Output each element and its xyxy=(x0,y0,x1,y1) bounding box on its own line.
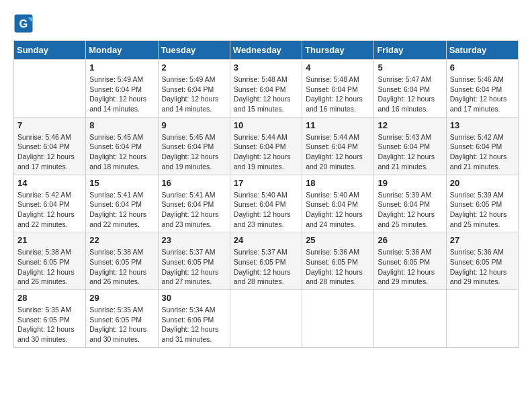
day-detail: Sunrise: 5:41 AM Sunset: 6:04 PM Dayligh… xyxy=(89,190,154,230)
day-detail: Sunrise: 5:41 AM Sunset: 6:04 PM Dayligh… xyxy=(162,190,226,230)
day-number: 25 xyxy=(306,235,370,245)
day-number: 9 xyxy=(162,120,226,130)
day-number: 27 xyxy=(450,235,515,245)
day-number: 26 xyxy=(378,235,442,245)
day-detail: Sunrise: 5:39 AM Sunset: 6:05 PM Dayligh… xyxy=(450,190,515,230)
day-number: 8 xyxy=(89,120,154,130)
header-day: Tuesday xyxy=(158,41,230,60)
header-day: Friday xyxy=(374,41,446,60)
day-detail: Sunrise: 5:48 AM Sunset: 6:04 PM Dayligh… xyxy=(306,75,370,114)
day-detail: Sunrise: 5:36 AM Sunset: 6:05 PM Dayligh… xyxy=(378,247,442,287)
calendar-day: 10Sunrise: 5:44 AM Sunset: 6:04 PM Dayli… xyxy=(230,117,302,175)
day-number: 4 xyxy=(306,62,370,73)
logo-icon: G xyxy=(13,13,34,34)
page-header: G xyxy=(13,13,519,34)
day-number: 10 xyxy=(234,120,298,130)
header-day: Thursday xyxy=(302,41,374,60)
day-number: 24 xyxy=(234,235,298,245)
day-number: 29 xyxy=(89,293,154,303)
logo: G xyxy=(13,13,36,34)
day-detail: Sunrise: 5:38 AM Sunset: 6:05 PM Dayligh… xyxy=(89,247,154,287)
calendar-day xyxy=(230,290,302,348)
calendar-body: 1Sunrise: 5:49 AM Sunset: 6:04 PM Daylig… xyxy=(14,60,519,348)
calendar-day: 28Sunrise: 5:35 AM Sunset: 6:05 PM Dayli… xyxy=(14,290,86,348)
calendar-day xyxy=(446,290,518,348)
day-detail: Sunrise: 5:36 AM Sunset: 6:05 PM Dayligh… xyxy=(450,247,515,287)
header-row: SundayMondayTuesdayWednesdayThursdayFrid… xyxy=(14,41,519,60)
calendar-week: 21Sunrise: 5:38 AM Sunset: 6:05 PM Dayli… xyxy=(14,232,519,290)
day-number: 11 xyxy=(306,120,370,130)
day-number: 15 xyxy=(89,178,154,188)
header-day: Sunday xyxy=(14,41,86,60)
calendar-day: 3Sunrise: 5:48 AM Sunset: 6:04 PM Daylig… xyxy=(230,60,302,118)
day-number: 17 xyxy=(234,178,298,188)
day-number: 14 xyxy=(17,178,82,188)
calendar-day: 6Sunrise: 5:46 AM Sunset: 6:04 PM Daylig… xyxy=(446,60,518,118)
calendar-day: 30Sunrise: 5:34 AM Sunset: 6:06 PM Dayli… xyxy=(158,290,230,348)
calendar-header: SundayMondayTuesdayWednesdayThursdayFrid… xyxy=(14,41,519,60)
day-detail: Sunrise: 5:34 AM Sunset: 6:06 PM Dayligh… xyxy=(162,305,226,345)
calendar-day xyxy=(302,290,374,348)
calendar-day: 25Sunrise: 5:36 AM Sunset: 6:05 PM Dayli… xyxy=(302,232,374,290)
day-number: 21 xyxy=(17,235,82,245)
calendar-day xyxy=(14,60,86,118)
day-detail: Sunrise: 5:49 AM Sunset: 6:04 PM Dayligh… xyxy=(162,75,226,114)
day-detail: Sunrise: 5:43 AM Sunset: 6:04 PM Dayligh… xyxy=(378,132,442,172)
header-day: Saturday xyxy=(446,41,518,60)
day-detail: Sunrise: 5:45 AM Sunset: 6:04 PM Dayligh… xyxy=(162,132,226,172)
day-detail: Sunrise: 5:46 AM Sunset: 6:04 PM Dayligh… xyxy=(17,132,82,172)
calendar-week: 14Sunrise: 5:42 AM Sunset: 6:04 PM Dayli… xyxy=(14,175,519,232)
day-detail: Sunrise: 5:49 AM Sunset: 6:04 PM Dayligh… xyxy=(89,75,154,114)
calendar-day: 15Sunrise: 5:41 AM Sunset: 6:04 PM Dayli… xyxy=(86,175,158,232)
day-number: 2 xyxy=(162,62,226,73)
day-number: 20 xyxy=(450,178,515,188)
calendar-day: 16Sunrise: 5:41 AM Sunset: 6:04 PM Dayli… xyxy=(158,175,230,232)
calendar-week: 1Sunrise: 5:49 AM Sunset: 6:04 PM Daylig… xyxy=(14,60,519,118)
day-detail: Sunrise: 5:35 AM Sunset: 6:05 PM Dayligh… xyxy=(17,305,82,345)
day-number: 16 xyxy=(162,178,226,188)
calendar-day: 13Sunrise: 5:42 AM Sunset: 6:04 PM Dayli… xyxy=(446,117,518,175)
day-number: 5 xyxy=(378,62,442,73)
day-number: 18 xyxy=(306,178,370,188)
day-number: 7 xyxy=(17,120,82,130)
calendar-day xyxy=(374,290,446,348)
calendar-table: SundayMondayTuesdayWednesdayThursdayFrid… xyxy=(13,40,519,348)
day-detail: Sunrise: 5:36 AM Sunset: 6:05 PM Dayligh… xyxy=(306,247,370,287)
day-number: 1 xyxy=(89,62,154,73)
day-detail: Sunrise: 5:44 AM Sunset: 6:04 PM Dayligh… xyxy=(306,132,370,172)
calendar-day: 12Sunrise: 5:43 AM Sunset: 6:04 PM Dayli… xyxy=(374,117,446,175)
calendar-day: 11Sunrise: 5:44 AM Sunset: 6:04 PM Dayli… xyxy=(302,117,374,175)
day-detail: Sunrise: 5:48 AM Sunset: 6:04 PM Dayligh… xyxy=(234,75,298,114)
day-number: 12 xyxy=(378,120,442,130)
day-detail: Sunrise: 5:40 AM Sunset: 6:04 PM Dayligh… xyxy=(306,190,370,230)
day-detail: Sunrise: 5:39 AM Sunset: 6:04 PM Dayligh… xyxy=(378,190,442,230)
calendar-day: 29Sunrise: 5:35 AM Sunset: 6:05 PM Dayli… xyxy=(86,290,158,348)
day-detail: Sunrise: 5:37 AM Sunset: 6:05 PM Dayligh… xyxy=(162,247,226,287)
calendar-day: 1Sunrise: 5:49 AM Sunset: 6:04 PM Daylig… xyxy=(86,60,158,118)
calendar-day: 2Sunrise: 5:49 AM Sunset: 6:04 PM Daylig… xyxy=(158,60,230,118)
calendar-day: 14Sunrise: 5:42 AM Sunset: 6:04 PM Dayli… xyxy=(14,175,86,232)
header-day: Monday xyxy=(86,41,158,60)
day-number: 19 xyxy=(378,178,442,188)
day-detail: Sunrise: 5:44 AM Sunset: 6:04 PM Dayligh… xyxy=(234,132,298,172)
calendar-day: 4Sunrise: 5:48 AM Sunset: 6:04 PM Daylig… xyxy=(302,60,374,118)
header-day: Wednesday xyxy=(230,41,302,60)
calendar-day: 20Sunrise: 5:39 AM Sunset: 6:05 PM Dayli… xyxy=(446,175,518,232)
day-detail: Sunrise: 5:38 AM Sunset: 6:05 PM Dayligh… xyxy=(17,247,82,287)
day-detail: Sunrise: 5:45 AM Sunset: 6:04 PM Dayligh… xyxy=(89,132,154,172)
day-detail: Sunrise: 5:47 AM Sunset: 6:04 PM Dayligh… xyxy=(378,75,442,114)
day-detail: Sunrise: 5:42 AM Sunset: 6:04 PM Dayligh… xyxy=(17,190,82,230)
calendar-week: 7Sunrise: 5:46 AM Sunset: 6:04 PM Daylig… xyxy=(14,117,519,175)
day-number: 30 xyxy=(162,293,226,303)
calendar-day: 26Sunrise: 5:36 AM Sunset: 6:05 PM Dayli… xyxy=(374,232,446,290)
day-number: 28 xyxy=(17,293,82,303)
day-number: 6 xyxy=(450,62,515,73)
calendar-day: 19Sunrise: 5:39 AM Sunset: 6:04 PM Dayli… xyxy=(374,175,446,232)
day-detail: Sunrise: 5:46 AM Sunset: 6:04 PM Dayligh… xyxy=(450,75,515,114)
calendar-day: 18Sunrise: 5:40 AM Sunset: 6:04 PM Dayli… xyxy=(302,175,374,232)
calendar-day: 5Sunrise: 5:47 AM Sunset: 6:04 PM Daylig… xyxy=(374,60,446,118)
calendar-day: 21Sunrise: 5:38 AM Sunset: 6:05 PM Dayli… xyxy=(14,232,86,290)
calendar-day: 8Sunrise: 5:45 AM Sunset: 6:04 PM Daylig… xyxy=(86,117,158,175)
day-number: 13 xyxy=(450,120,515,130)
day-detail: Sunrise: 5:35 AM Sunset: 6:05 PM Dayligh… xyxy=(89,305,154,345)
